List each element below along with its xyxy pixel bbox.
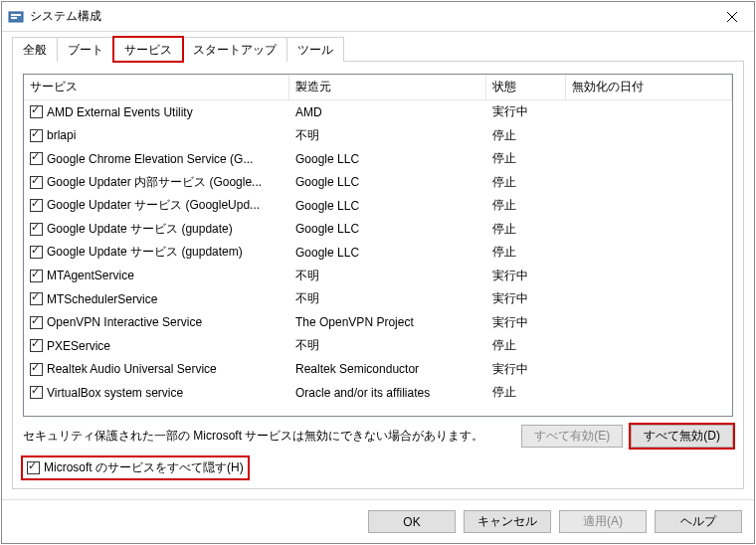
table-row[interactable]: MTSchedulerService不明実行中 bbox=[24, 287, 732, 311]
dialog-footer: OK キャンセル 適用(A) ヘルプ bbox=[2, 499, 754, 543]
table-row[interactable]: Google Update サービス (gupdatem)Google LLC停… bbox=[24, 241, 732, 265]
table-row[interactable]: VirtualBox system serviceOracle and/or i… bbox=[24, 381, 732, 405]
table-row[interactable]: PXEService不明停止 bbox=[24, 334, 732, 358]
close-button[interactable] bbox=[709, 2, 754, 31]
service-name: AMD External Events Utility bbox=[47, 105, 193, 119]
apply-button: 適用(A) bbox=[559, 510, 647, 533]
ok-button[interactable]: OK bbox=[368, 510, 456, 533]
service-checkbox[interactable] bbox=[30, 105, 43, 118]
state-cell: 停止 bbox=[486, 244, 566, 261]
hide-ms-label[interactable]: Microsoft のサービスをすべて隠す(H) bbox=[23, 457, 248, 478]
system-config-window: システム構成 全般 ブート サービス スタートアップ ツール サービス 製造元 … bbox=[1, 1, 755, 544]
tab-boot[interactable]: ブート bbox=[57, 37, 114, 62]
table-row[interactable]: Google Chrome Elevation Service (G...Goo… bbox=[24, 147, 732, 171]
manufacturer-cell: Google LLC bbox=[289, 199, 486, 213]
service-checkbox[interactable] bbox=[30, 176, 43, 189]
service-checkbox[interactable] bbox=[30, 292, 43, 305]
manufacturer-cell: Oracle and/or its affiliates bbox=[289, 386, 486, 400]
hide-ms-checkbox[interactable] bbox=[27, 461, 40, 474]
table-row[interactable]: Google Updater サービス (GoogleUpd...Google … bbox=[24, 194, 732, 218]
state-cell: 停止 bbox=[486, 127, 566, 144]
enable-all-button: すべて有効(E) bbox=[521, 425, 623, 448]
service-name: Google Update サービス (gupdatem) bbox=[47, 244, 243, 261]
manufacturer-cell: AMD bbox=[289, 105, 486, 119]
service-name: Realtek Audio Universal Service bbox=[47, 362, 217, 376]
service-name: PXEService bbox=[47, 339, 110, 353]
manufacturer-cell: Google LLC bbox=[289, 246, 486, 260]
manufacturer-cell: 不明 bbox=[289, 290, 486, 307]
tab-strip: 全般 ブート サービス スタートアップ ツール bbox=[12, 36, 744, 61]
state-cell: 実行中 bbox=[486, 361, 566, 378]
table-row[interactable]: Realtek Audio Universal ServiceRealtek S… bbox=[24, 358, 732, 382]
note-row: セキュリティ保護された一部の Microsoft サービスは無効にできない場合が… bbox=[23, 425, 733, 448]
service-name: MTSchedulerService bbox=[47, 292, 157, 306]
service-name: VirtualBox system service bbox=[47, 386, 183, 400]
service-name: MTAgentService bbox=[47, 269, 134, 282]
state-cell: 実行中 bbox=[486, 103, 566, 120]
state-cell: 停止 bbox=[486, 174, 566, 191]
col-header-service[interactable]: サービス bbox=[24, 75, 289, 100]
manufacturer-cell: 不明 bbox=[289, 268, 486, 284]
table-row[interactable]: MTAgentService不明実行中 bbox=[24, 265, 732, 288]
security-note: セキュリティ保護された一部の Microsoft サービスは無効にできない場合が… bbox=[23, 428, 513, 445]
tab-general[interactable]: 全般 bbox=[12, 37, 58, 62]
service-checkbox[interactable] bbox=[30, 363, 43, 376]
service-checkbox[interactable] bbox=[30, 223, 43, 236]
hide-ms-row: Microsoft のサービスをすべて隠す(H) bbox=[23, 457, 733, 478]
manufacturer-cell: 不明 bbox=[289, 337, 486, 354]
listview-body[interactable]: AMD External Events UtilityAMD実行中brlapi不… bbox=[24, 100, 732, 416]
col-header-disable-date[interactable]: 無効化の日付 bbox=[566, 75, 732, 100]
state-cell: 停止 bbox=[486, 337, 566, 354]
service-checkbox[interactable] bbox=[30, 316, 43, 329]
manufacturer-cell: Google LLC bbox=[289, 175, 486, 189]
service-checkbox[interactable] bbox=[30, 339, 43, 352]
service-checkbox[interactable] bbox=[30, 246, 43, 259]
service-name: Google Updater 内部サービス (Google... bbox=[47, 174, 262, 191]
services-panel: サービス 製造元 状態 無効化の日付 AMD External Events U… bbox=[12, 61, 744, 489]
services-listview: サービス 製造元 状態 無効化の日付 AMD External Events U… bbox=[23, 74, 733, 417]
manufacturer-cell: 不明 bbox=[289, 127, 486, 144]
cancel-button[interactable]: キャンセル bbox=[464, 510, 551, 533]
service-name: Google Update サービス (gupdate) bbox=[47, 221, 233, 238]
state-cell: 実行中 bbox=[486, 290, 566, 307]
state-cell: 停止 bbox=[486, 384, 566, 401]
service-checkbox[interactable] bbox=[30, 270, 43, 282]
service-checkbox[interactable] bbox=[30, 152, 43, 165]
help-button[interactable]: ヘルプ bbox=[655, 510, 742, 533]
app-icon bbox=[8, 9, 24, 25]
col-header-state[interactable]: 状態 bbox=[486, 75, 566, 100]
service-name: Google Chrome Elevation Service (G... bbox=[47, 152, 253, 166]
service-checkbox[interactable] bbox=[30, 199, 43, 212]
tab-startup[interactable]: スタートアップ bbox=[182, 37, 287, 62]
manufacturer-cell: Google LLC bbox=[289, 152, 486, 166]
col-header-manufacturer[interactable]: 製造元 bbox=[289, 75, 486, 100]
table-row[interactable]: Google Update サービス (gupdate)Google LLC停止 bbox=[24, 218, 732, 242]
manufacturer-cell: The OpenVPN Project bbox=[289, 315, 486, 329]
hide-ms-text: Microsoft のサービスをすべて隠す(H) bbox=[44, 459, 244, 476]
listview-header: サービス 製造元 状態 無効化の日付 bbox=[24, 75, 732, 100]
state-cell: 停止 bbox=[486, 197, 566, 214]
disable-all-button[interactable]: すべて無効(D) bbox=[631, 425, 733, 448]
manufacturer-cell: Realtek Semiconductor bbox=[289, 362, 486, 376]
manufacturer-cell: Google LLC bbox=[289, 222, 486, 236]
tab-tools[interactable]: ツール bbox=[286, 37, 344, 62]
table-row[interactable]: OpenVPN Interactive ServiceThe OpenVPN P… bbox=[24, 311, 732, 335]
window-title: システム構成 bbox=[30, 8, 709, 25]
service-checkbox[interactable] bbox=[30, 129, 43, 142]
state-cell: 実行中 bbox=[486, 314, 566, 331]
state-cell: 停止 bbox=[486, 221, 566, 238]
content-area: 全般 ブート サービス スタートアップ ツール サービス 製造元 状態 無効化の… bbox=[2, 32, 754, 499]
service-name: brlapi bbox=[47, 128, 76, 142]
table-row[interactable]: AMD External Events UtilityAMD実行中 bbox=[24, 100, 732, 124]
state-cell: 実行中 bbox=[486, 268, 566, 284]
service-checkbox[interactable] bbox=[30, 386, 43, 399]
service-name: OpenVPN Interactive Service bbox=[47, 315, 202, 329]
service-name: Google Updater サービス (GoogleUpd... bbox=[47, 197, 260, 214]
titlebar: システム構成 bbox=[2, 2, 754, 32]
svg-rect-2 bbox=[11, 17, 17, 19]
table-row[interactable]: brlapi不明停止 bbox=[24, 124, 732, 148]
state-cell: 停止 bbox=[486, 150, 566, 167]
tab-services[interactable]: サービス bbox=[113, 37, 183, 62]
table-row[interactable]: Google Updater 内部サービス (Google...Google L… bbox=[24, 171, 732, 195]
svg-rect-1 bbox=[11, 14, 21, 16]
